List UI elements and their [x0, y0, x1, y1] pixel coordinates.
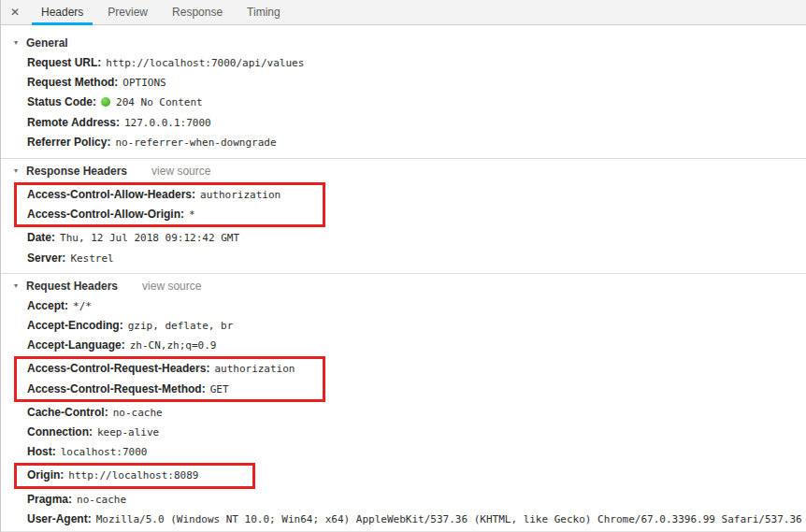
header-value: OPTIONS: [122, 77, 166, 89]
header-value: no-cache: [113, 407, 163, 419]
section-general: ▾ General Request URL:http://localhost:7…: [1, 25, 806, 159]
header-name: Connection:: [27, 425, 93, 439]
header-name: User-Agent:: [27, 512, 92, 525]
header-name: Origin:: [27, 468, 64, 482]
header-row: Request Method:OPTIONS: [1, 73, 806, 93]
header-value: gzip, deflate, br: [128, 320, 234, 332]
section-response-headers-header[interactable]: ▾ Response Headers view source: [1, 161, 806, 181]
header-value: no-referrer-when-downgrade: [115, 137, 276, 149]
header-value: Kestrel: [70, 252, 113, 265]
header-value: GET: [210, 383, 229, 395]
header-name: Access-Control-Request-Headers:: [27, 362, 209, 375]
header-name: Date:: [27, 231, 55, 244]
close-icon[interactable]: ✕: [1, 0, 29, 24]
header-row: Accept-Language:zh-CN,zh;q=0.9: [1, 336, 806, 355]
detail-tabbar: ✕ Headers Preview Response Timing: [1, 0, 806, 25]
header-name: Status Code:: [27, 95, 96, 108]
tab-headers[interactable]: Headers: [32, 0, 93, 24]
header-value: keep-alive: [97, 426, 159, 439]
section-title: Request Headers: [26, 276, 118, 296]
header-value: Mozilla/5.0 (Windows NT 10.0; Win64; x64…: [96, 513, 802, 525]
header-value: authorization: [200, 189, 281, 201]
header-row: Date:Thu, 12 Jul 2018 09:12:42 GMT: [1, 228, 806, 248]
header-value: http://localhost:7000/api/values: [106, 57, 304, 69]
section-request-headers: ▾ Request Headers view source Accept:*/*…: [1, 274, 806, 532]
status-ok-icon: [101, 97, 110, 107]
header-row: Connection:keep-alive: [1, 423, 806, 442]
header-name: Pragma:: [27, 493, 72, 506]
header-value: *: [189, 208, 195, 221]
header-row: Access-Control-Request-Headers:authoriza…: [27, 359, 323, 379]
header-row: Request URL:http://localhost:7000/api/va…: [1, 53, 806, 73]
header-row: Accept-Encoding:gzip, deflate, br: [1, 316, 806, 336]
header-row: Host:localhost:7000: [1, 442, 806, 462]
header-row: Server:Kestrel: [1, 249, 806, 268]
chevron-down-icon: ▾: [14, 276, 26, 296]
tab-timing[interactable]: Timing: [237, 0, 290, 24]
header-name: Remote Address:: [27, 116, 120, 129]
section-title: General: [26, 33, 68, 53]
header-value: no-cache: [77, 494, 126, 506]
header-value: localhost:7000: [61, 446, 148, 458]
header-name: Accept:: [27, 299, 68, 312]
header-name: Access-Control-Request-Method:: [27, 382, 206, 395]
header-value: */*: [73, 300, 92, 312]
header-row: Access-Control-Allow-Origin:*: [27, 205, 323, 224]
header-value: 204 No Content: [116, 96, 203, 108]
header-name: Accept-Encoding:: [27, 319, 123, 332]
header-row: Accept:*/*: [1, 296, 806, 316]
header-name: Request URL:: [27, 56, 101, 69]
section-title: Response Headers: [26, 161, 127, 181]
header-row: Cache-Control:no-cache: [1, 403, 806, 423]
header-name: Accept-Language:: [27, 338, 125, 352]
header-value: zh-CN,zh;q=0.9: [130, 339, 217, 352]
section-request-headers-header[interactable]: ▾ Request Headers view source: [1, 276, 806, 296]
tab-response[interactable]: Response: [163, 0, 232, 24]
header-value: authorization: [214, 363, 295, 375]
header-row: Access-Control-Allow-Headers:authorizati…: [27, 185, 323, 205]
view-source-link[interactable]: view source: [142, 276, 201, 296]
section-general-header[interactable]: ▾ General: [1, 33, 806, 53]
header-row: Pragma:no-cache: [1, 490, 806, 510]
header-name: Referrer Policy:: [27, 136, 110, 149]
highlight-box-response-cors: Access-Control-Allow-Headers:authorizati…: [14, 182, 325, 227]
section-response-headers: ▾ Response Headers view source Access-Co…: [1, 159, 806, 274]
header-value: http://localhost:8089: [68, 469, 198, 482]
view-source-link[interactable]: view source: [151, 161, 210, 181]
tab-preview[interactable]: Preview: [98, 0, 157, 24]
header-name: Cache-Control:: [27, 406, 108, 419]
header-name: Server:: [27, 252, 65, 265]
header-row: User-Agent:Mozilla/5.0 (Windows NT 10.0;…: [1, 510, 806, 529]
highlight-box-origin: Origin:http://localhost:8089: [14, 463, 255, 488]
header-row: Access-Control-Request-Method:GET: [27, 380, 323, 399]
header-name: Request Method:: [27, 76, 118, 89]
chevron-down-icon: ▾: [14, 33, 26, 53]
header-row: Status Code:204 No Content: [1, 93, 806, 112]
header-name: Access-Control-Allow-Origin:: [27, 208, 184, 221]
network-headers-panel: ✕ Headers Preview Response Timing ▾ Gene…: [0, 0, 806, 532]
header-name: Access-Control-Allow-Headers:: [27, 188, 195, 201]
header-row: Referrer Policy:no-referrer-when-downgra…: [1, 133, 806, 152]
header-row: Origin:http://localhost:8089: [27, 466, 252, 485]
header-row: Remote Address:127.0.0.1:7000: [1, 113, 806, 133]
header-name: Host:: [27, 445, 56, 458]
chevron-down-icon: ▾: [14, 161, 26, 181]
header-value: Thu, 12 Jul 2018 09:12:42 GMT: [60, 232, 239, 244]
header-value: 127.0.0.1:7000: [124, 117, 211, 129]
highlight-box-request-cors: Access-Control-Request-Headers:authoriza…: [14, 356, 325, 401]
